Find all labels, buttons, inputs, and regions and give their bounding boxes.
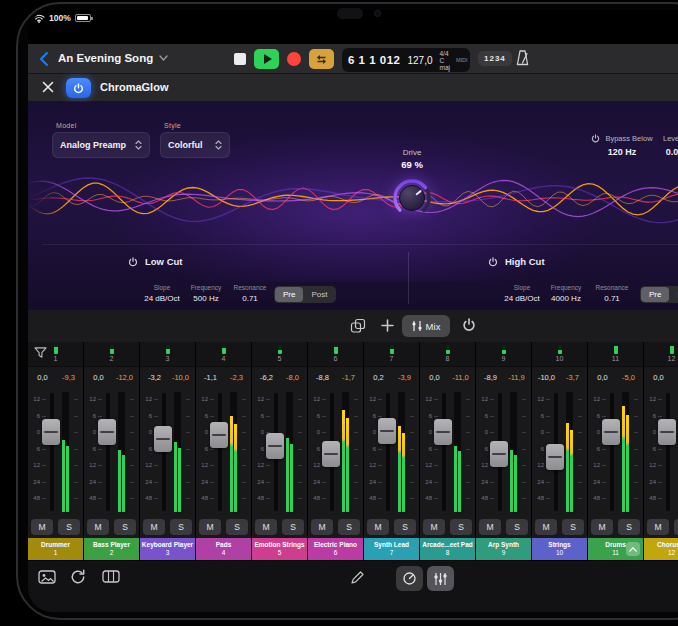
filter-button[interactable] bbox=[34, 347, 47, 362]
add-button[interactable] bbox=[380, 318, 395, 336]
channel-name-label[interactable]: Synth Lead7 bbox=[364, 538, 419, 560]
mute-button[interactable]: M bbox=[87, 519, 109, 535]
highcut-pre-button[interactable]: Pre bbox=[641, 287, 669, 302]
solo-button[interactable]: S bbox=[170, 519, 192, 535]
channel-fader[interactable] bbox=[42, 419, 60, 445]
stop-button[interactable] bbox=[234, 53, 246, 65]
channel-name-label[interactable]: Emotion Strings5 bbox=[252, 538, 307, 560]
highcut-frequency[interactable]: Frequency 4000 Hz bbox=[540, 284, 592, 303]
channel-peak-value: -9,3 bbox=[58, 373, 80, 382]
level-group[interactable]: Level 0.0 bbox=[650, 134, 678, 157]
channel-fader[interactable] bbox=[602, 419, 620, 445]
channel-fader[interactable] bbox=[322, 441, 340, 467]
channel-number[interactable]: 9 bbox=[476, 355, 531, 362]
channel-expand-button[interactable] bbox=[626, 542, 640, 556]
channel-fader[interactable] bbox=[546, 444, 564, 470]
channel-name-label[interactable]: Drums11 bbox=[588, 538, 643, 560]
solo-button[interactable]: S bbox=[226, 519, 248, 535]
fader-scale-tick bbox=[210, 482, 214, 483]
lowcut-post-button[interactable]: Post bbox=[303, 287, 335, 302]
mute-button[interactable]: M bbox=[199, 519, 221, 535]
solo-button[interactable]: S bbox=[58, 519, 80, 535]
channel-number[interactable]: 5 bbox=[252, 355, 307, 362]
solo-button[interactable]: S bbox=[282, 519, 304, 535]
channel-fader[interactable] bbox=[434, 419, 452, 445]
browser-button[interactable] bbox=[38, 569, 56, 588]
model-select[interactable]: Analog Preamp bbox=[52, 132, 150, 158]
channel-name-label[interactable]: Electric Piano6 bbox=[308, 538, 363, 560]
channel-name-label[interactable]: Arp Synth9 bbox=[476, 538, 531, 560]
mute-button[interactable]: M bbox=[143, 519, 165, 535]
lcd-display[interactable]: 6 1 1 012 127,0 4/4 C maj MIDI bbox=[342, 48, 470, 72]
highcut-resonance[interactable]: Resonance 0.71 bbox=[586, 284, 638, 303]
channel-name-label[interactable]: Bass Player2 bbox=[84, 538, 139, 560]
channel-fader[interactable] bbox=[266, 433, 284, 459]
mute-button[interactable]: M bbox=[255, 519, 277, 535]
channel-fader[interactable] bbox=[378, 418, 396, 444]
close-button[interactable] bbox=[40, 80, 56, 96]
solo-button[interactable]: S bbox=[674, 519, 678, 535]
channel-fader[interactable] bbox=[658, 419, 676, 445]
loop-browser-button[interactable] bbox=[70, 569, 86, 588]
controls-view-button[interactable] bbox=[396, 566, 423, 591]
metronome-icon bbox=[514, 49, 531, 67]
plugin-power-button[interactable] bbox=[66, 78, 91, 98]
solo-button[interactable]: S bbox=[394, 519, 416, 535]
channel-number[interactable]: 2 bbox=[84, 355, 139, 362]
metronome-button[interactable] bbox=[514, 49, 531, 70]
channel-fader[interactable] bbox=[490, 441, 508, 467]
channel-name-label[interactable]: Chorus V12 bbox=[644, 538, 678, 560]
play-button[interactable] bbox=[254, 49, 279, 69]
song-title[interactable]: An Evening Song bbox=[58, 52, 168, 64]
mute-button[interactable]: M bbox=[479, 519, 501, 535]
channel-number[interactable]: 6 bbox=[308, 355, 363, 362]
channel-name-label[interactable]: Arcade...eet Pad8 bbox=[420, 538, 475, 560]
channel-number[interactable]: 11 bbox=[588, 355, 643, 362]
mute-button[interactable]: M bbox=[535, 519, 557, 535]
channel-fader[interactable] bbox=[154, 426, 172, 452]
solo-button[interactable]: S bbox=[506, 519, 528, 535]
solo-button[interactable]: S bbox=[338, 519, 360, 535]
back-chevron-button[interactable] bbox=[38, 51, 50, 67]
count-in-button[interactable]: 1234 bbox=[478, 51, 512, 66]
mute-button[interactable]: M bbox=[367, 519, 389, 535]
mute-button[interactable]: M bbox=[31, 519, 53, 535]
channel-number[interactable]: 7 bbox=[364, 355, 419, 362]
channel-number[interactable]: 4 bbox=[196, 355, 251, 362]
mixer-power-button[interactable] bbox=[462, 318, 476, 335]
solo-button[interactable]: S bbox=[114, 519, 136, 535]
style-select[interactable]: Colorful bbox=[160, 132, 230, 158]
mute-button[interactable]: M bbox=[591, 519, 613, 535]
mixer-view-button[interactable] bbox=[427, 566, 454, 591]
mix-button[interactable]: Mix bbox=[402, 315, 450, 337]
channel-fader[interactable] bbox=[210, 422, 228, 448]
channel-name-label[interactable]: Strings10 bbox=[532, 538, 587, 560]
lowcut-pre-button[interactable]: Pre bbox=[275, 287, 303, 302]
lowcut-resonance[interactable]: Resonance 0.71 bbox=[224, 284, 276, 303]
channel-name-label[interactable]: Drummer1 bbox=[28, 538, 83, 560]
fader-scale-tick bbox=[210, 498, 214, 499]
edit-button[interactable] bbox=[350, 570, 365, 588]
mute-button[interactable]: M bbox=[423, 519, 445, 535]
editors-button[interactable] bbox=[102, 569, 120, 587]
mute-button[interactable]: M bbox=[647, 519, 669, 535]
highcut-post-button[interactable]: Post bbox=[669, 287, 678, 302]
channel-name-label[interactable]: Pads4 bbox=[196, 538, 251, 560]
channel-fader[interactable] bbox=[98, 419, 116, 445]
drive-knob[interactable] bbox=[388, 174, 436, 222]
solo-button[interactable]: S bbox=[618, 519, 640, 535]
channel-name-label[interactable]: Keyboard Player3 bbox=[140, 538, 195, 560]
solo-button[interactable]: S bbox=[562, 519, 584, 535]
highcut-power-icon[interactable] bbox=[488, 257, 498, 267]
channel-number[interactable]: 3 bbox=[140, 355, 195, 362]
record-button[interactable] bbox=[287, 52, 301, 66]
duplicate-button[interactable] bbox=[350, 318, 366, 337]
lowcut-power-icon[interactable] bbox=[128, 257, 138, 267]
chromaglow-panel: Model Analog Preamp Style Colorful Drive… bbox=[28, 102, 678, 310]
solo-button[interactable]: S bbox=[450, 519, 472, 535]
mute-button[interactable]: M bbox=[311, 519, 333, 535]
channel-number[interactable]: 10 bbox=[532, 355, 587, 362]
channel-number[interactable]: 8 bbox=[420, 355, 475, 362]
channel-number[interactable]: 12 bbox=[644, 355, 678, 362]
cycle-button[interactable] bbox=[309, 49, 334, 69]
